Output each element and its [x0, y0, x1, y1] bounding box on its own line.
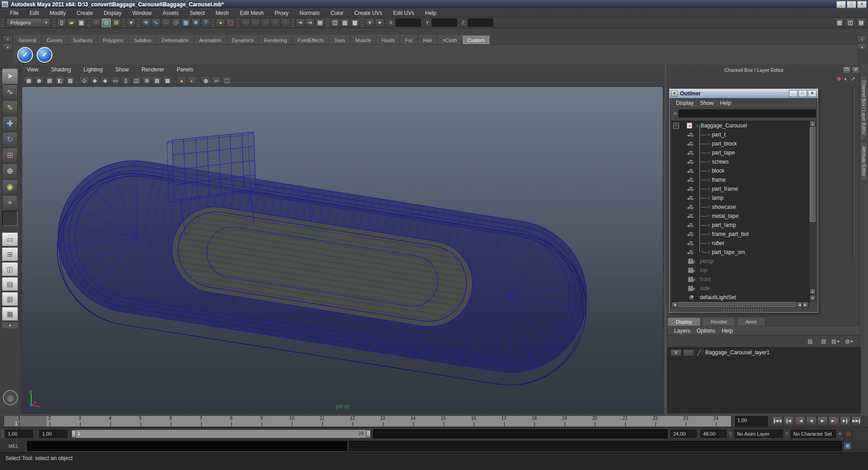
- help-icon[interactable]: ?: [201, 19, 210, 27]
- tab-attribute-editor[interactable]: Attribute Editor: [860, 141, 868, 181]
- node-label[interactable]: defaultLightSet: [700, 294, 736, 301]
- soft-modification-tool[interactable]: ◉: [2, 179, 18, 194]
- menu-color[interactable]: Color: [325, 10, 349, 16]
- tree-row[interactable]: ──○lamp: [672, 193, 809, 202]
- outliner-menu-display[interactable]: Display: [676, 100, 693, 106]
- chevron-down-icon[interactable]: ▽: [729, 432, 732, 436]
- tree-row[interactable]: ──○frame: [672, 175, 809, 184]
- layer-playback-toggle[interactable]: [683, 349, 694, 356]
- field-chart-icon[interactable]: ⊞: [142, 76, 151, 85]
- tree-row[interactable]: ──○part_frame: [672, 184, 809, 193]
- outliner-menu-show[interactable]: Show: [700, 100, 713, 106]
- playback-end-field[interactable]: 24.00: [670, 430, 697, 438]
- step-back-frame-button[interactable]: ◀: [795, 416, 805, 426]
- go-to-start-button[interactable]: ◀◀: [772, 416, 783, 426]
- panel-drag-handle[interactable]: [669, 68, 722, 72]
- select-by-object-icon[interactable]: ◍: [102, 19, 111, 27]
- menu-create[interactable]: Create: [71, 10, 98, 16]
- shelf-tab-polygons[interactable]: Polygons: [98, 35, 128, 44]
- menu-edit-mesh[interactable]: Edit Mesh: [234, 10, 269, 16]
- shelf-tab-general[interactable]: General: [14, 35, 42, 44]
- show-manipulator-tool[interactable]: ⌖: [2, 195, 18, 210]
- ipr-render-icon[interactable]: ▩: [350, 19, 359, 27]
- script-editor-icon[interactable]: ≣: [844, 442, 852, 450]
- select-by-component-icon[interactable]: ⊞: [112, 19, 121, 27]
- separator-grip[interactable]: [52, 19, 56, 27]
- shadows-icon[interactable]: ◐: [187, 76, 197, 85]
- x-coord-input[interactable]: [396, 19, 421, 27]
- tree-row[interactable]: ──○part_block: [672, 139, 809, 148]
- shelf-tab-custom[interactable]: Custom: [462, 35, 490, 44]
- move-tool[interactable]: ✚: [2, 116, 18, 131]
- outliner-search-input[interactable]: [679, 109, 816, 118]
- sync-selection-dropdown-icon[interactable]: ▿: [365, 19, 374, 27]
- image-plane-icon[interactable]: ▨: [66, 76, 75, 85]
- panel-menu-view[interactable]: View: [27, 66, 38, 73]
- new-scene-icon[interactable]: ▯: [57, 19, 66, 27]
- rotate-tool[interactable]: ↻: [2, 132, 18, 147]
- node-label[interactable]: ruber: [712, 240, 724, 246]
- node-label[interactable]: part_t: [712, 132, 726, 138]
- select-camera-icon[interactable]: ▣: [24, 76, 33, 85]
- shelf-tab-menu-icon[interactable]: ≡: [3, 35, 13, 43]
- current-time-field[interactable]: 1.00: [735, 416, 768, 427]
- layout-more-dropdown[interactable]: ▼: [1, 322, 19, 329]
- tree-row[interactable]: ──○screws: [672, 157, 809, 166]
- node-label[interactable]: persp: [700, 258, 713, 264]
- layer-list[interactable]: V ╱ Baggage_Carousel_layer1: [667, 347, 861, 413]
- node-label[interactable]: part_frame: [712, 186, 738, 192]
- output-connections-icon[interactable]: ➜: [306, 19, 315, 27]
- tree-row-camera[interactable]: persp: [672, 257, 809, 266]
- step-back-key-button[interactable]: ◀: [783, 416, 794, 426]
- play-forwards-button[interactable]: ▶: [817, 416, 828, 426]
- channel-mode-icon[interactable]: ↗: [850, 75, 855, 82]
- menu-proxy[interactable]: Proxy: [269, 10, 294, 16]
- anim-layer-select[interactable]: No Anim Layer: [734, 430, 783, 438]
- channel-speed-icon[interactable]: ◐: [844, 75, 848, 82]
- statusline-grip[interactable]: [1, 19, 4, 27]
- node-label[interactable]: part_tape: [712, 150, 735, 156]
- tree-row[interactable]: ──○frame_part_bot: [672, 230, 809, 239]
- shelf-tab-animation[interactable]: Animation: [194, 35, 227, 44]
- range-end-handle[interactable]: [366, 430, 371, 437]
- open-scene-icon[interactable]: ▰: [67, 19, 76, 27]
- node-label[interactable]: frame: [712, 177, 726, 183]
- panel-menu-lighting[interactable]: Lighting: [84, 66, 103, 73]
- node-label[interactable]: Baggage_Carousel: [700, 122, 747, 129]
- tab-channel-box-layer-editor[interactable]: Channel Box / Layer Editor: [860, 75, 868, 140]
- snap-to-grids-icon[interactable]: ✚: [142, 19, 151, 27]
- magnet-snap-grid-icon[interactable]: ∩: [241, 19, 250, 27]
- absolute-relative-icon[interactable]: ⌖: [375, 19, 384, 27]
- menu-create-uvs[interactable]: Create UVs: [349, 10, 388, 16]
- node-label[interactable]: frame_part_bot: [712, 231, 748, 237]
- menu-window[interactable]: Window: [127, 10, 157, 16]
- last-tool-slot[interactable]: [2, 211, 18, 226]
- tree-row[interactable]: ──○showcase: [672, 202, 809, 212]
- range-grip[interactable]: [1, 430, 4, 438]
- layer-visibility-toggle[interactable]: V: [670, 349, 681, 356]
- shelf-right-button-1[interactable]: ≡: [857, 35, 867, 43]
- scale-tool[interactable]: ⊞: [2, 148, 18, 163]
- selection-mask-dropdown-icon[interactable]: ▾: [127, 19, 136, 27]
- shelf-tab-dynamics[interactable]: Dynamics: [227, 35, 259, 44]
- default-material-icon[interactable]: ◍: [201, 76, 211, 85]
- tree-row-camera[interactable]: front: [672, 275, 809, 284]
- create-empty-layer-icon[interactable]: ▤✦: [831, 337, 841, 345]
- node-label[interactable]: part_block: [712, 141, 736, 147]
- menu-modify[interactable]: Modify: [44, 10, 71, 16]
- outliner-tree[interactable]: − ○ Baggage_Carousel ──○part_t ──○part_b…: [671, 121, 810, 302]
- tree-row-root[interactable]: − ○ Baggage_Carousel: [672, 121, 809, 130]
- shelf-tab-painteffects[interactable]: PaintEffects: [292, 35, 330, 44]
- safe-action-icon[interactable]: ▥: [152, 76, 162, 85]
- outliner-close-icon[interactable]: ✕: [808, 90, 816, 97]
- separator-grip[interactable]: [361, 19, 364, 27]
- shelf-tab-surfaces[interactable]: Surfaces: [68, 35, 98, 44]
- shelf-tab-fur[interactable]: Fur: [400, 35, 418, 44]
- scroll-left-icon[interactable]: ◀: [672, 302, 678, 308]
- textured-mode-icon[interactable]: ◈: [100, 76, 110, 85]
- isolate-select-icon[interactable]: ⬚: [222, 76, 231, 85]
- select-tool[interactable]: ➤: [2, 69, 18, 84]
- chevron-down-icon[interactable]: ▽: [785, 432, 788, 436]
- select-by-hierarchy-icon[interactable]: ≡: [92, 19, 101, 27]
- play-backwards-button[interactable]: ◀: [806, 416, 816, 426]
